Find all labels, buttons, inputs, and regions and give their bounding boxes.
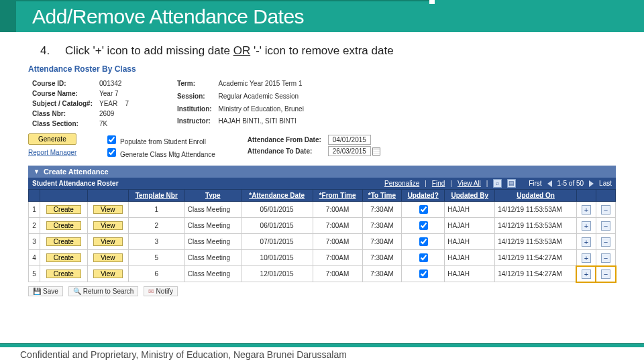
updated-by: HAJAH <box>445 218 495 234</box>
date-range: Attendance From Date: 04/01/2015 Attenda… <box>244 133 384 158</box>
create-button[interactable]: Create <box>46 237 81 246</box>
generate-button[interactable]: Generate <box>28 133 76 145</box>
grid-toolbar: Student Attendance Roster Personalize| F… <box>28 178 616 189</box>
view-button[interactable]: View <box>93 237 123 246</box>
add-row-button[interactable]: + <box>582 253 591 263</box>
updated-by: HAJAH <box>445 250 495 266</box>
col-view <box>87 190 128 202</box>
grid-title: Student Attendance Roster <box>32 180 119 187</box>
remove-row-button[interactable]: − <box>601 205 610 215</box>
updated-check[interactable] <box>402 218 445 234</box>
calendar-icon[interactable] <box>372 147 380 156</box>
notify-button[interactable]: ✉Notify <box>144 286 178 296</box>
notify-icon: ✉ <box>148 288 154 295</box>
template-nbr: 6 <box>128 266 184 282</box>
view-button[interactable]: View <box>93 221 123 230</box>
remove-row-button[interactable]: − <box>601 253 610 263</box>
create-button[interactable]: Create <box>46 253 81 262</box>
add-row-button[interactable]: + <box>582 237 591 247</box>
download-icon[interactable]: ▤ <box>507 179 516 188</box>
report-manager-link[interactable]: Report Manager <box>28 149 76 156</box>
att-from-label: Attendance From Date: <box>245 135 324 145</box>
row-index: 4 <box>29 250 40 266</box>
institution-label: Institution: <box>174 105 215 116</box>
updated-check[interactable] <box>402 250 445 266</box>
course-id-label: Course ID: <box>30 79 95 88</box>
from-time: 7:00AM <box>313 202 362 218</box>
table-row: 5CreateView6Class Meeting12/01/20157:00A… <box>29 266 616 282</box>
save-icon: 💾 <box>33 288 41 295</box>
meeting-type: Class Meeting <box>184 218 241 234</box>
remove-row-button[interactable]: − <box>601 237 610 247</box>
col-to-time[interactable]: *To Time <box>362 190 401 202</box>
instructor-value: HAJAH BINTI., SITI BINTI <box>216 117 307 128</box>
to-time: 7:30AM <box>362 266 401 282</box>
session-label: Session: <box>174 92 215 103</box>
pager-first[interactable]: First <box>529 180 541 187</box>
top-accent <box>429 0 644 4</box>
view-button[interactable]: View <box>93 269 123 278</box>
return-to-search-button[interactable]: 🔍Return to Search <box>68 286 139 296</box>
session-value: Regular Academic Session <box>216 92 307 103</box>
col-updated-on[interactable]: Updated On <box>495 190 577 202</box>
to-time: 7:30AM <box>362 234 401 250</box>
attendance-date: 07/01/2015 <box>241 234 313 250</box>
view-button[interactable]: View <box>93 253 123 262</box>
zoom-icon[interactable]: ⌕ <box>493 179 502 188</box>
pager-prev-icon[interactable] <box>547 180 552 187</box>
instruction-step: 4. Click '+' icon to add missing date OR… <box>0 32 644 64</box>
add-row-button[interactable]: + <box>582 205 591 215</box>
save-button[interactable]: 💾Save <box>28 286 63 296</box>
create-attendance-header[interactable]: ▼ Create Attendance <box>28 166 616 178</box>
footer-actions: 💾Save 🔍Return to Search ✉Notify <box>28 286 616 296</box>
updated-by: HAJAH <box>445 266 495 282</box>
updated-on: 14/12/19 11:54:27AM <box>495 266 577 282</box>
template-nbr: 1 <box>128 202 184 218</box>
updated-by: HAJAH <box>445 202 495 218</box>
generate-mtg-checkbox[interactable]: Generate Class Mtg Attendance <box>105 146 215 159</box>
from-time: 7:00AM <box>313 266 362 282</box>
att-to-label: Attendance To Date: <box>245 146 324 156</box>
updated-check[interactable] <box>402 266 445 282</box>
template-nbr: 5 <box>128 250 184 266</box>
updated-on: 14/12/19 11:53:53AM <box>495 218 577 234</box>
table-row: 3CreateView3Class Meeting07/01/20157:00A… <box>29 234 616 250</box>
create-button[interactable]: Create <box>46 221 81 230</box>
pager-last[interactable]: Last <box>599 180 612 187</box>
col-from-time[interactable]: *From Time <box>313 190 362 202</box>
pager-next-icon[interactable] <box>589 180 594 187</box>
populate-enroll-checkbox[interactable]: Populate from Student Enroll <box>105 133 215 146</box>
updated-check[interactable] <box>402 202 445 218</box>
row-index: 3 <box>29 234 40 250</box>
class-section-value: 7K <box>97 119 131 128</box>
subject-value: YEAR <box>99 100 117 107</box>
col-template[interactable]: Template Nbr <box>128 190 184 202</box>
add-row-button[interactable]: + <box>582 269 591 279</box>
create-button[interactable]: Create <box>46 269 81 278</box>
remove-row-button[interactable]: − <box>601 221 610 231</box>
to-time: 7:30AM <box>362 250 401 266</box>
col-add <box>576 190 596 202</box>
view-all-link[interactable]: View All <box>458 180 481 187</box>
col-updated-by[interactable]: Updated By <box>445 190 495 202</box>
template-nbr: 2 <box>128 218 184 234</box>
updated-check[interactable] <box>402 234 445 250</box>
populate-enroll-input[interactable] <box>107 135 116 144</box>
personalize-link[interactable]: Personalize <box>384 180 419 187</box>
generate-mtg-input[interactable] <box>107 148 116 157</box>
col-type[interactable]: Type <box>184 190 241 202</box>
pager-range: 1-5 of 50 <box>557 180 584 187</box>
att-to-input[interactable]: 26/03/2015 <box>328 146 371 156</box>
remove-row-button[interactable]: − <box>601 269 610 279</box>
add-row-button[interactable]: + <box>582 221 591 231</box>
subject-catalog-label: Subject / Catalog#: <box>30 99 95 108</box>
view-button[interactable]: View <box>93 205 123 214</box>
institution-value: Ministry of Education, Brunei <box>216 105 307 116</box>
find-link[interactable]: Find <box>432 180 445 187</box>
updated-on: 14/12/19 11:53:53AM <box>495 202 577 218</box>
col-att-date[interactable]: *Attendance Date <box>241 190 313 202</box>
create-button[interactable]: Create <box>46 205 81 214</box>
attendance-grid: Template Nbr Type *Attendance Date *From… <box>28 189 616 282</box>
col-updatedq[interactable]: Updated? <box>402 190 445 202</box>
slide-title-bar: Add/Remove Attendance Dates <box>0 0 644 32</box>
